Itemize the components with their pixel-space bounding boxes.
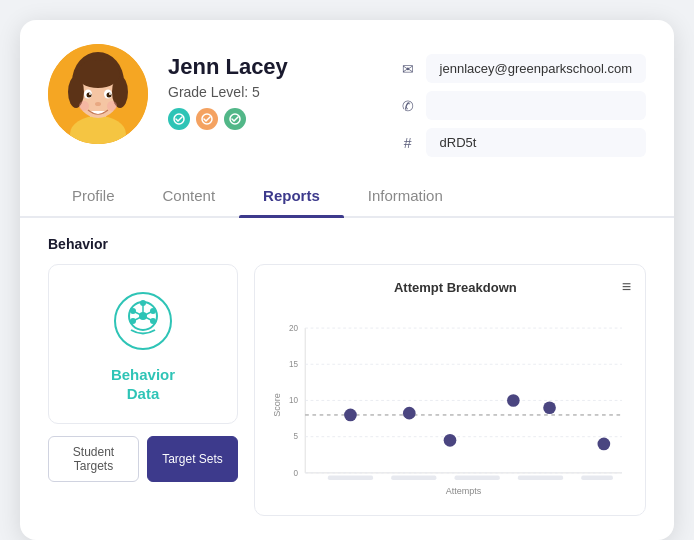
tab-information[interactable]: Information: [344, 175, 467, 216]
svg-point-29: [140, 300, 146, 306]
svg-text:20: 20: [289, 324, 299, 333]
behavior-card: Behavior Data: [48, 264, 238, 424]
svg-rect-51: [581, 476, 613, 481]
svg-point-15: [79, 101, 89, 111]
svg-point-13: [109, 93, 111, 95]
left-panel: Behavior Data Student Targets Target Set…: [48, 264, 238, 516]
badge-teal: [168, 108, 190, 130]
content-area: Behavior: [20, 218, 674, 540]
behavior-icon: [111, 289, 175, 357]
chart-panel: Attempt Breakdown ≡ Score: [254, 264, 646, 516]
svg-point-56: [507, 394, 520, 407]
avatar-image: [48, 44, 148, 144]
svg-point-10: [87, 93, 92, 98]
grade-level: Grade Level: 5: [168, 84, 380, 100]
student-name: Jenn Lacey: [168, 54, 380, 80]
svg-text:15: 15: [289, 360, 299, 369]
svg-point-11: [107, 93, 112, 98]
svg-rect-50: [518, 476, 563, 481]
svg-point-14: [95, 102, 101, 106]
hash-icon: #: [400, 135, 416, 151]
badge-orange: [196, 108, 218, 130]
avatar-wrap: [48, 44, 148, 144]
student-targets-btn[interactable]: Student Targets: [48, 436, 139, 482]
chart-header: Attempt Breakdown ≡: [269, 279, 631, 295]
email-icon: ✉: [400, 61, 416, 77]
header: Jenn Lacey Grade Level: 5 ✉ jennlacey@gr…: [20, 20, 674, 157]
id-field: dRD5t: [426, 128, 646, 157]
tab-profile[interactable]: Profile: [48, 175, 139, 216]
svg-rect-48: [391, 476, 436, 481]
email-field: jennlacey@greenparkschool.com: [426, 54, 646, 83]
chart-menu-icon[interactable]: ≡: [622, 279, 631, 295]
chart-title: Attempt Breakdown: [289, 280, 622, 295]
svg-point-54: [403, 407, 416, 420]
badge-green: [224, 108, 246, 130]
section-title: Behavior: [48, 236, 646, 252]
svg-text:Attempts: Attempts: [446, 486, 482, 496]
badge-group: [168, 108, 380, 130]
target-sets-btn[interactable]: Target Sets: [147, 436, 238, 482]
svg-point-31: [150, 318, 156, 324]
behavior-label: Behavior Data: [111, 365, 175, 404]
student-info: Jenn Lacey Grade Level: 5: [168, 44, 380, 130]
phone-field: [426, 91, 646, 120]
tab-reports[interactable]: Reports: [239, 175, 344, 216]
svg-point-57: [543, 401, 556, 414]
id-row: # dRD5t: [400, 128, 646, 157]
btn-group: Student Targets Target Sets: [48, 436, 238, 482]
svg-text:10: 10: [289, 396, 299, 405]
svg-text:5: 5: [293, 432, 298, 441]
contact-info: ✉ jennlacey@greenparkschool.com ✆ # dRD5…: [400, 44, 646, 157]
svg-text:0: 0: [293, 469, 298, 478]
svg-point-7: [76, 60, 120, 88]
svg-point-32: [139, 312, 147, 320]
svg-point-30: [130, 318, 136, 324]
svg-text:Score: Score: [272, 393, 282, 417]
main-card: Jenn Lacey Grade Level: 5 ✉ jennlacey@gr…: [20, 20, 674, 540]
email-row: ✉ jennlacey@greenparkschool.com: [400, 54, 646, 83]
tab-content[interactable]: Content: [139, 175, 240, 216]
reports-row: Behavior Data Student Targets Target Set…: [48, 264, 646, 516]
phone-icon: ✆: [400, 98, 416, 114]
svg-point-28: [150, 308, 156, 314]
tabs: Profile Content Reports Information: [20, 175, 674, 218]
svg-rect-49: [455, 476, 500, 481]
svg-point-53: [344, 409, 357, 422]
svg-point-27: [130, 308, 136, 314]
svg-point-12: [89, 93, 91, 95]
chart-svg: Score 0 5: [269, 305, 631, 505]
svg-rect-47: [328, 476, 373, 481]
avatar: [48, 44, 148, 144]
phone-row: ✆: [400, 91, 646, 120]
svg-point-55: [444, 434, 457, 447]
svg-point-58: [598, 438, 611, 451]
chart-body: Score 0 5: [269, 305, 631, 505]
svg-point-16: [107, 101, 117, 111]
